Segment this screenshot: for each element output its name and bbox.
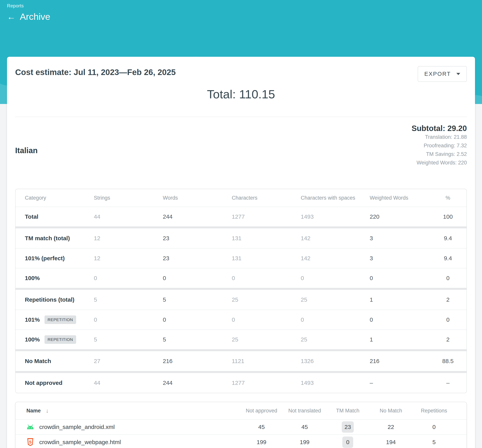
strings-value: 0: [94, 316, 163, 323]
repetitions-value: 5: [412, 439, 456, 446]
strings-value: 44: [94, 380, 163, 386]
weighted-words-value: 220: [370, 213, 439, 220]
not-approved-value: 45: [240, 424, 283, 430]
words-value: 5: [163, 296, 232, 303]
repetition-badge: REPETITION: [45, 335, 76, 344]
col-characters-with-spaces: Characters with spaces: [301, 195, 370, 201]
file-row: crowdin_sample_android.xml 45 45 23 22 0: [16, 419, 466, 434]
percent-value: 2: [439, 336, 457, 343]
col-characters: Characters: [232, 195, 301, 201]
characters-with-spaces-value: 1493: [301, 213, 370, 220]
cost-table-header: Category Strings Words Characters Charac…: [16, 189, 466, 207]
table-row: 101% REPETITION 0 0 0 0 0 0: [16, 310, 466, 329]
weighted-words-value: 216: [370, 358, 439, 364]
col-name: Name: [26, 408, 41, 414]
words-value: 0: [163, 316, 232, 323]
col-strings: Strings: [94, 195, 163, 201]
weighted-words-value: 3: [370, 235, 439, 242]
table-row: TM match (total) 12 23 131 142 3 9.4: [16, 228, 466, 248]
repetition-badge: REPETITION: [45, 315, 76, 324]
strings-value: 27: [94, 358, 163, 364]
col-repetitions: Repetitions: [412, 408, 456, 414]
export-button[interactable]: EXPORT: [418, 66, 467, 82]
breadcrumb-reports[interactable]: Reports: [7, 3, 24, 8]
file-link[interactable]: 5 crowdin_sample_webpage.html: [26, 438, 240, 447]
characters-with-spaces-value: 25: [301, 336, 370, 343]
percent-value: 0: [439, 275, 457, 281]
col-no-match: No Match: [369, 408, 412, 414]
no-match-value: 194: [369, 439, 412, 446]
group-separator: [16, 371, 466, 373]
report-card: Cost estimate: Jul 11, 2023—Feb 26, 2025…: [7, 57, 475, 448]
strings-value: 44: [94, 213, 163, 220]
weighted-words-value: 0: [370, 316, 439, 323]
android-icon: [26, 423, 34, 431]
not-approved-value: 199: [240, 439, 283, 446]
words-value: 244: [163, 213, 232, 220]
strings-value: 5: [94, 296, 163, 303]
strings-value: 0: [94, 275, 163, 281]
characters-value: 131: [232, 255, 301, 262]
html5-icon: 5: [26, 438, 34, 447]
report-title: Cost estimate: Jul 11, 2023—Feb 26, 2025: [15, 66, 176, 77]
characters-value: 25: [232, 296, 301, 303]
file-table-header: Name ↓ Not approved Not translated TM Ma…: [16, 402, 466, 419]
words-value: 244: [163, 380, 232, 386]
words-value: 23: [163, 235, 232, 242]
col-weighted-words: Weighted Words: [370, 195, 439, 201]
table-row: No Match 27 216 1121 1326 216 88.5: [16, 351, 466, 371]
grand-total: Total: 110.15: [15, 87, 467, 101]
cost-table-body: Total 44 244 1277 1493 220 100 TM match …: [16, 207, 466, 393]
percent-value: –: [439, 380, 457, 386]
tm-match-value: 23: [326, 421, 369, 433]
sort-descending-icon[interactable]: ↓: [46, 407, 49, 414]
characters-value: 131: [232, 235, 301, 242]
characters-value: 25: [232, 336, 301, 343]
characters-with-spaces-value: 0: [301, 316, 370, 323]
file-table: Name ↓ Not approved Not translated TM Ma…: [15, 402, 467, 448]
group-separator: [16, 349, 466, 351]
weighted-words-value: –: [370, 380, 439, 386]
characters-value: 1277: [232, 213, 301, 220]
col-category: Category: [25, 195, 94, 201]
back-arrow-icon[interactable]: ←: [7, 12, 16, 21]
col-percent: %: [439, 195, 457, 201]
export-button-label: EXPORT: [424, 71, 451, 77]
characters-with-spaces-value: 142: [301, 235, 370, 242]
table-row: Repetitions (total) 5 5 25 25 1 2: [16, 290, 466, 310]
repetitions-value: 0: [412, 424, 456, 430]
table-row: 100% 0 0 0 0 0 0: [16, 268, 466, 288]
category-label: 101% (perfect): [25, 255, 65, 262]
file-row: 5 crowdin_sample_webpage.html 199 199 0 …: [16, 434, 466, 448]
category-label: TM match (total): [25, 235, 70, 242]
words-value: 216: [163, 358, 232, 364]
weighted-words-value: 1: [370, 336, 439, 343]
category-label: 100%: [25, 275, 40, 281]
group-separator: [16, 288, 466, 290]
strings-value: 5: [94, 336, 163, 343]
not-translated-value: 199: [283, 439, 326, 446]
characters-with-spaces-value: 142: [301, 255, 370, 262]
percent-value: 88.5: [439, 358, 457, 364]
category-label: 100%: [25, 336, 40, 343]
table-row: Total 44 244 1277 1493 220 100: [16, 207, 466, 226]
characters-value: 0: [232, 275, 301, 281]
file-name: crowdin_sample_android.xml: [39, 424, 115, 430]
svg-text:5: 5: [29, 440, 32, 445]
col-not-translated: Not translated: [283, 408, 326, 414]
subtotal-weighted-words: Weighted Words: 220: [411, 158, 467, 167]
category-label: No Match: [25, 358, 51, 364]
characters-with-spaces-value: 1326: [301, 358, 370, 364]
characters-value: 1121: [232, 358, 301, 364]
characters-value: 1277: [232, 380, 301, 386]
table-row: Not approved 44 244 1277 1493 – –: [16, 373, 466, 393]
table-row: 100% REPETITION 5 5 25 25 1 2: [16, 329, 466, 349]
file-link[interactable]: crowdin_sample_android.xml: [26, 423, 240, 431]
percent-value: 2: [439, 296, 457, 303]
col-not-approved: Not approved: [240, 408, 283, 414]
characters-value: 0: [232, 316, 301, 323]
tm-match-value: 0: [326, 437, 369, 448]
characters-with-spaces-value: 1493: [301, 380, 370, 386]
col-tm-match: TM Match: [326, 408, 369, 414]
page-title: Archive: [20, 11, 50, 22]
